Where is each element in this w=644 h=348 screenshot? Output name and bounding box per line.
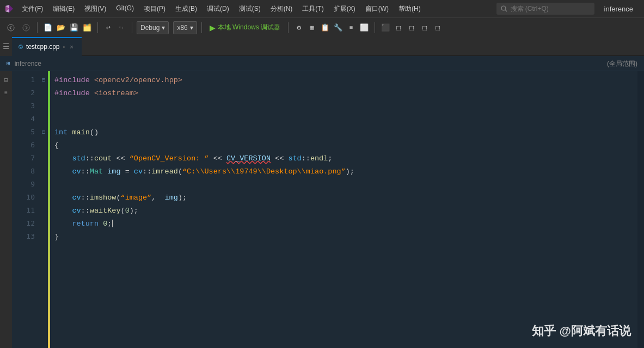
line-num-7: 7	[30, 152, 35, 165]
code-editor[interactable]: #include <opencv2/opencv.hpp> #include <…	[50, 71, 637, 348]
no-marker-4	[39, 113, 48, 126]
menu-tools[interactable]: 工具(T)	[298, 2, 328, 16]
ns-cv-10: cv	[72, 194, 81, 202]
line-num-12: 12	[26, 217, 35, 230]
config-dropdown[interactable]: Debug ▾	[137, 21, 169, 34]
line-num-10: 10	[26, 191, 35, 204]
line-num-2: 2	[30, 86, 35, 100]
tool4-icon[interactable]: 🔧	[332, 22, 344, 34]
sidebar-icon-1[interactable]: ⊟	[1, 74, 11, 85]
tabbar-row: ☰ © testcpp.cpp • ×	[0, 37, 644, 56]
search-bar[interactable]	[496, 3, 594, 15]
kw-int: int	[54, 128, 68, 136]
menu-project[interactable]: 项目(P)	[139, 2, 170, 16]
svg-line-5	[505, 10, 507, 11]
save-all-icon[interactable]: 🗂️	[81, 22, 93, 34]
search-input[interactable]	[511, 5, 576, 13]
solution-label: inference	[15, 60, 41, 67]
ns-std-7: std	[72, 154, 85, 163]
menu-extensions[interactable]: 扩展(X)	[329, 2, 360, 16]
var-img-10: img	[165, 194, 178, 202]
str-path: “C:\\Users\\19749\\Desktop\\miao.png”	[182, 167, 346, 176]
ns-std-endl: std	[288, 154, 301, 163]
code-line-1: #include <opencv2/opencv.hpp>	[50, 73, 637, 86]
tool1-icon[interactable]: ⚙	[293, 22, 305, 34]
platform-dropdown[interactable]: x86 ▾	[173, 21, 197, 34]
step3-icon[interactable]: ⬚	[419, 22, 431, 34]
new-file-icon[interactable]: 📄	[42, 22, 54, 34]
tab-dirty-indicator: •	[63, 44, 65, 50]
step4-icon[interactable]: ⬚	[432, 22, 444, 34]
menu-debug[interactable]: 调试(D)	[203, 2, 234, 16]
code-line-2: #include <iostream>	[50, 86, 637, 100]
include-path-2: <iostream>	[94, 89, 138, 97]
code-line-13: }	[50, 230, 637, 243]
sidebar-collapse[interactable]: ☰	[0, 37, 12, 56]
tool6-icon[interactable]: ⬜	[358, 22, 370, 34]
main-content: ⊟ ≡ 1 2 3 4 5 6 7 8 9 10 11 12 13 ⊟ ⊟	[0, 71, 644, 348]
func-imshow: imshow	[90, 194, 116, 202]
code-line-8: cv :: Mat img = cv :: imread ( “C:\\User…	[50, 165, 637, 178]
undo-icon[interactable]: ↩	[102, 22, 114, 34]
menu-file[interactable]: 文件(F)	[17, 2, 47, 16]
vs-logo-icon	[4, 4, 14, 14]
open-file-icon[interactable]: 📂	[55, 22, 67, 34]
ns-cv-11: cv	[72, 207, 81, 215]
code-line-10: cv :: imshow ( “image” , img );	[50, 191, 637, 204]
menu-build[interactable]: 生成(B)	[171, 2, 201, 16]
code-line-5: int main ()	[50, 126, 637, 139]
num-0: 0	[125, 207, 130, 215]
code-line-11: cv :: waitKey ( 0 );	[50, 204, 637, 217]
menu-git[interactable]: Git(G)	[112, 2, 138, 16]
line-num-11: 11	[26, 204, 35, 217]
breadcrumb-scope: (全局范围)	[607, 59, 637, 69]
step-icon[interactable]: ⬚	[392, 22, 404, 34]
no-marker-8	[39, 165, 48, 178]
active-tab[interactable]: © testcpp.cpp • ×	[12, 37, 82, 56]
line-numbers-gutter: 1 2 3 4 5 6 7 8 9 10 11 12 13	[12, 71, 39, 348]
separator-2	[97, 22, 98, 33]
cv-version: CV_VERSION	[226, 154, 271, 163]
kw-mat: Mat	[90, 167, 103, 176]
line-num-8: 8	[30, 165, 35, 178]
menu-view[interactable]: 视图(V)	[80, 2, 111, 16]
code-line-9	[50, 178, 637, 191]
scope-label: (全局范围)	[607, 60, 637, 67]
step2-icon[interactable]: ⬚	[406, 22, 418, 34]
left-sidebar: ⊟ ≡	[0, 71, 12, 348]
menu-bar: 文件(F) 编辑(E) 视图(V) Git(G) 项目(P) 生成(B) 调试(…	[17, 2, 425, 16]
ns-cv-imread: cv	[134, 167, 143, 176]
solution-explorer-icon: ⊞	[7, 60, 10, 67]
config-label: Debug	[140, 24, 160, 32]
svg-marker-1	[9, 5, 13, 13]
paren-open: ()	[90, 128, 99, 136]
run-button[interactable]: ▶ 本地 Windows 调试器	[206, 22, 284, 33]
back-button[interactable]	[4, 21, 17, 34]
redo-icon[interactable]: ↪	[115, 22, 127, 34]
menu-analyze[interactable]: 分析(N)	[266, 2, 297, 16]
menu-edit[interactable]: 编辑(E)	[48, 2, 79, 16]
menu-window[interactable]: 窗口(W)	[361, 2, 393, 16]
breakpoint-icon[interactable]: ⬛	[379, 22, 391, 34]
tool2-icon[interactable]: ▦	[306, 22, 318, 34]
ns-cv-8: cv	[72, 167, 81, 176]
search-icon	[501, 5, 507, 12]
forward-button[interactable]	[20, 21, 33, 34]
svg-point-4	[501, 6, 506, 10]
save-icon[interactable]: 💾	[68, 22, 80, 34]
collapse-1[interactable]: ⊟	[39, 73, 48, 86]
play-triangle-icon: ▶	[210, 23, 216, 32]
collapse-5[interactable]: ⊟	[39, 126, 48, 139]
menu-help[interactable]: 帮助(H)	[394, 2, 425, 16]
tab-close-button[interactable]: ×	[68, 43, 75, 51]
no-marker-10	[39, 191, 48, 204]
code-line-12: return 0 ;	[50, 217, 637, 230]
sidebar-icon-2[interactable]: ≡	[1, 88, 11, 98]
menu-test[interactable]: 测试(S)	[235, 2, 265, 16]
tool3-icon[interactable]: 📋	[319, 22, 331, 34]
tool5-icon[interactable]: ≡	[345, 22, 357, 34]
config-dropdown-arrow: ▾	[162, 24, 165, 32]
vertical-scrollbar[interactable]	[637, 71, 644, 348]
platform-label: x86	[177, 24, 187, 32]
include-path-1: <opencv2/opencv.hpp>	[94, 76, 182, 84]
